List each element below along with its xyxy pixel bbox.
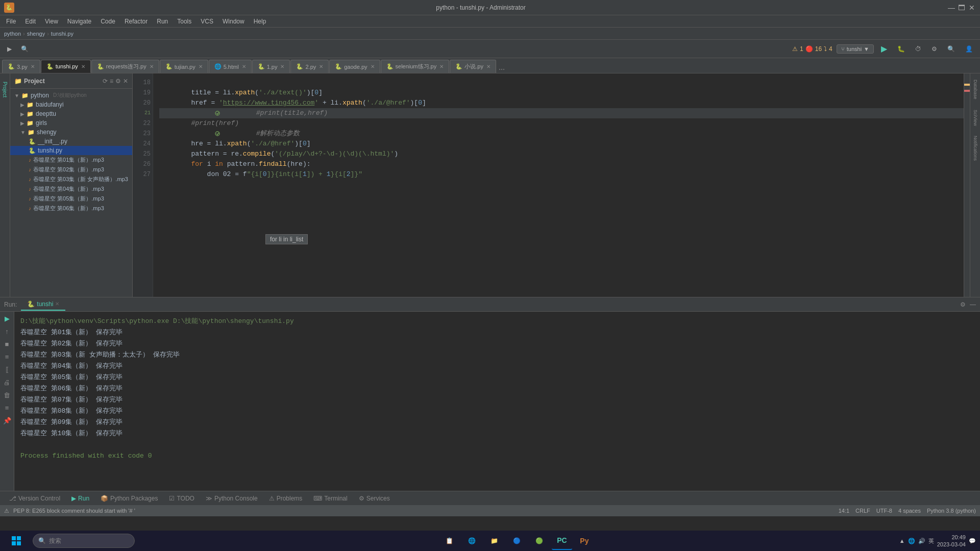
tab-terminal[interactable]: ⌨ Terminal xyxy=(308,493,352,504)
tab-python-console[interactable]: ≫ Python Console xyxy=(201,493,263,504)
menu-vcs[interactable]: VCS xyxy=(197,17,217,26)
menu-view[interactable]: View xyxy=(41,17,62,26)
taskbar-app-pycharm2[interactable]: Py xyxy=(574,532,595,550)
taskbar-app-green[interactable]: 🟢 xyxy=(529,532,550,550)
run-play-button[interactable]: ▶ xyxy=(4,314,11,323)
tab-close[interactable]: ✕ xyxy=(150,64,154,69)
run-stop-button[interactable]: ■ xyxy=(4,339,10,349)
breadcrumb-item[interactable]: tunshi.py xyxy=(51,31,74,37)
tab-close[interactable]: ✕ xyxy=(280,64,284,69)
tab-requests[interactable]: 🐍 requests连习.py ✕ xyxy=(91,60,159,73)
tree-item-mp3-06[interactable]: ♪ 吞噬星空 第06集（新）.mp3 xyxy=(10,204,132,213)
taskbar-app-pycharm[interactable]: PC xyxy=(552,532,572,550)
line-ending[interactable]: CRLF xyxy=(855,508,870,514)
tab-run[interactable]: ▶ Run xyxy=(66,493,94,504)
tree-item-mp3-04[interactable]: ♪ 吞噬星空 第04集（新）.mp3 xyxy=(10,184,132,194)
taskbar-app-task[interactable]: 📋 xyxy=(439,532,460,550)
tab-2py[interactable]: 🐍 2.py ✕ xyxy=(290,60,329,73)
tree-item-mp3-02[interactable]: ♪ 吞噬星空 第02集（新）.mp3 xyxy=(10,165,132,174)
tab-close[interactable]: ✕ xyxy=(242,64,246,69)
tab-close[interactable]: ✕ xyxy=(486,64,491,69)
toolbar-btn[interactable]: ▶ xyxy=(4,44,15,54)
tree-item-mp3-01[interactable]: ♪ 吞噬星空 第01集（新）.mp3 xyxy=(10,155,132,165)
run-minimize-icon[interactable]: — xyxy=(970,301,976,308)
tab-close[interactable]: ✕ xyxy=(439,64,444,69)
tab-5html[interactable]: 🌐 5.html ✕ xyxy=(209,60,252,73)
settings-icon[interactable]: ⚙ xyxy=(115,78,121,85)
tray-lang[interactable]: 英 xyxy=(928,537,934,545)
start-button[interactable] xyxy=(4,532,29,550)
python-version[interactable]: Python 3.8 (python) xyxy=(927,508,976,514)
tree-item-girls[interactable]: ▶ 📁 girls xyxy=(10,118,132,128)
taskbar-app-edge[interactable]: 🌐 xyxy=(462,532,482,550)
toolbar-btn[interactable]: 🔍 xyxy=(18,44,32,54)
tab-1py[interactable]: 🐍 1.py ✕ xyxy=(252,60,290,73)
notification-icon[interactable]: 💬 xyxy=(969,538,976,544)
maximize-button[interactable]: 🗖 xyxy=(958,4,966,12)
breadcrumb-item[interactable]: python xyxy=(4,31,21,37)
branch-selector[interactable]: ⑂ tunshi ▼ xyxy=(837,44,874,54)
indent-setting[interactable]: 4 spaces xyxy=(898,508,921,514)
run-print-button[interactable]: 🖨 xyxy=(3,378,11,387)
cursor-position[interactable]: 14:1 xyxy=(839,508,849,514)
run-tab-close[interactable]: ✕ xyxy=(55,301,59,307)
sync-icon[interactable]: ⟳ xyxy=(103,78,108,85)
encoding[interactable]: UTF-8 xyxy=(876,508,892,514)
tab-close[interactable]: ✕ xyxy=(371,64,375,69)
tab-python-packages[interactable]: 📦 Python Packages xyxy=(95,493,163,504)
tree-item-deepttu[interactable]: ▶ 📁 deepttu xyxy=(10,109,132,118)
run-scroll-button[interactable]: ⟦ xyxy=(5,365,10,374)
run-button[interactable]: ▶ xyxy=(878,42,890,55)
run-wrap-button[interactable]: ≡ xyxy=(4,352,10,362)
tab-problems[interactable]: ⚠ Problems xyxy=(264,493,308,504)
tree-item-shengy[interactable]: ▼ 📁 shengy xyxy=(10,128,132,137)
tab-close[interactable]: ✕ xyxy=(31,64,35,69)
tray-volume-icon[interactable]: 🔊 xyxy=(918,538,925,544)
user-button[interactable]: 👤 xyxy=(962,44,976,54)
run-pin-button[interactable]: 📌 xyxy=(2,416,12,425)
tab-tujian[interactable]: 🐍 tujian.py ✕ xyxy=(160,60,208,73)
run-tab-tunshi[interactable]: 🐍 tunshi ✕ xyxy=(21,298,65,311)
notifications-tab[interactable]: Notifications xyxy=(972,132,979,165)
profile-button[interactable]: ⏱ xyxy=(912,44,924,54)
tab-services[interactable]: ⚙ Services xyxy=(354,493,395,504)
menu-navigate[interactable]: Navigate xyxy=(63,17,95,26)
clock[interactable]: 20:49 2023-03-04 xyxy=(937,534,966,548)
tab-version-control[interactable]: ⎇ Version Control xyxy=(4,493,65,504)
code-content[interactable]: title = li.xpath('./a/text()')[0] href =… xyxy=(153,73,970,297)
tab-close[interactable]: ✕ xyxy=(319,64,323,69)
run-delete-button[interactable]: 🗑 xyxy=(3,390,11,400)
collapse-icon[interactable]: ≡ xyxy=(110,78,113,85)
close-button[interactable]: ✕ xyxy=(968,4,976,12)
menu-tools[interactable]: Tools xyxy=(173,17,195,26)
database-tab[interactable]: Database xyxy=(972,76,979,104)
taskbar-search[interactable]: 🔍 搜索 xyxy=(33,534,135,548)
more-tabs-button[interactable]: ⋯ xyxy=(499,66,505,73)
search-button[interactable]: 🔍 xyxy=(944,44,958,54)
tree-item-mp3-05[interactable]: ♪ 吞噬星空 第05集（新）.mp3 xyxy=(10,194,132,204)
tree-item-mp3-03[interactable]: ♪ 吞噬星空 第03集（新 女声助播）.mp3 xyxy=(10,174,132,184)
tree-item-tunshi[interactable]: 🐍 tunshi.py xyxy=(10,146,132,155)
tab-gaode[interactable]: 🐍 gaode.py ✕ xyxy=(329,60,380,73)
run-settings2-button[interactable]: ≡ xyxy=(4,403,10,413)
breadcrumb-item[interactable]: shengy xyxy=(27,31,45,37)
tab-xiaoshuo[interactable]: 🐍 小说.py ✕ xyxy=(450,60,496,73)
minimize-button[interactable]: — xyxy=(947,4,955,12)
close-icon[interactable]: ✕ xyxy=(123,78,128,85)
menu-code[interactable]: Code xyxy=(96,17,119,26)
taskbar-app-chrome[interactable]: 🔵 xyxy=(507,532,527,550)
menu-window[interactable]: Window xyxy=(218,17,249,26)
tray-icon-up[interactable]: ▲ xyxy=(899,538,905,544)
menu-refactor[interactable]: Refactor xyxy=(120,17,152,26)
tree-item-python[interactable]: ▼ 📁 python D:\技能\python xyxy=(10,91,132,100)
tab-close[interactable]: ✕ xyxy=(199,64,203,69)
debug-button[interactable]: 🐛 xyxy=(894,44,908,54)
menu-run[interactable]: Run xyxy=(153,17,172,26)
menu-edit[interactable]: Edit xyxy=(21,17,40,26)
settings-button[interactable]: ⚙ xyxy=(928,44,940,54)
tab-todo[interactable]: ☑ TODO xyxy=(164,493,199,504)
tray-network-icon[interactable]: 🌐 xyxy=(908,538,915,544)
run-rerun-button[interactable]: ↑ xyxy=(4,327,10,336)
tree-item-baidufanyi[interactable]: ▶ 📁 baidufanyi xyxy=(10,100,132,109)
taskbar-app-explorer[interactable]: 📁 xyxy=(484,532,505,550)
